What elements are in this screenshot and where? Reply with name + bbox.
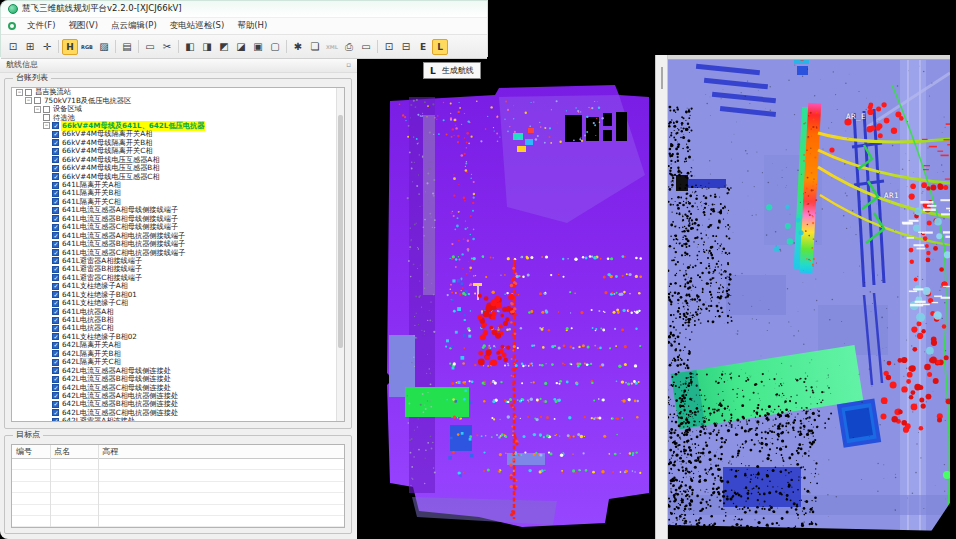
select-area-button[interactable]: ⊡ — [381, 39, 397, 55]
toolbar-separator — [138, 40, 139, 53]
tree-checkbox[interactable] — [52, 317, 59, 324]
tree-checkbox[interactable] — [52, 283, 59, 290]
tree-checkbox[interactable] — [52, 376, 59, 383]
tree-checkbox[interactable] — [52, 131, 59, 138]
route-generate-button[interactable]: L — [432, 39, 448, 55]
tree-checkbox[interactable] — [52, 409, 59, 416]
tree-checkbox[interactable] — [52, 266, 59, 273]
window-chrome: 慧飞三维航线规划平台v2.2.0-[XJCJ66kV] 文件(F)视图(V)点云… — [0, 0, 488, 57]
dock-icon[interactable]: ▫ — [346, 61, 351, 69]
collapse-toggle-icon[interactable]: – — [34, 106, 41, 113]
tree-checkbox[interactable] — [52, 165, 59, 172]
view-front-button[interactable]: ◧ — [182, 39, 198, 55]
print-button[interactable]: ⎙ — [341, 39, 357, 55]
window-title: 慧飞三维航线规划平台v2.2.0-[XJCJ66kV] — [22, 3, 182, 15]
collapse-toggle-icon[interactable]: – — [16, 89, 23, 96]
tree-checkbox[interactable] — [52, 333, 59, 340]
menu-item-1[interactable]: 视图(V) — [67, 19, 100, 33]
pan-button[interactable]: ✛ — [39, 39, 55, 55]
column-divider — [50, 445, 51, 527]
measure-button[interactable]: ▭ — [142, 39, 158, 55]
tooltip-shortcut: L — [430, 66, 436, 76]
targets-column-header: 高程 — [98, 446, 150, 457]
tree-checkbox[interactable] — [52, 232, 59, 239]
tree-scrollbar-thumb[interactable] — [338, 115, 343, 348]
tree-checkbox[interactable] — [52, 308, 59, 315]
tree-checkbox[interactable] — [52, 241, 59, 248]
tree-checkbox[interactable] — [52, 207, 59, 214]
layers-button[interactable]: ❏ — [307, 39, 323, 55]
tree-checkbox[interactable] — [52, 350, 59, 357]
point-cloud-overview — [357, 55, 655, 539]
tree-checkbox[interactable] — [52, 148, 59, 155]
menu-item-0[interactable]: 文件(F) — [25, 19, 58, 33]
open-project-button[interactable]: ▤ — [119, 39, 135, 55]
view-top-button[interactable]: ▣ — [250, 39, 266, 55]
menu-item-2[interactable]: 点云编辑(P) — [109, 19, 159, 33]
targets-groupbox: 目标点 编号点名高程 — [4, 435, 352, 534]
panel-splitter[interactable] — [655, 55, 668, 539]
zoom-extent-button[interactable]: ⊞ — [22, 39, 38, 55]
menu-item-4[interactable]: 帮助(H) — [235, 19, 269, 33]
tree-checkbox[interactable] — [52, 274, 59, 281]
tree-checkbox[interactable] — [34, 97, 41, 104]
app-window: 慧飞三维航线规划平台v2.2.0-[XJCJ66kV] 文件(F)视图(V)点云… — [0, 0, 956, 539]
report-button[interactable]: ⊟ — [398, 39, 414, 55]
height-render-button[interactable]: H — [62, 39, 78, 55]
tree-checkbox[interactable] — [52, 325, 59, 332]
toolbar-separator — [178, 40, 179, 53]
targets-column-header: 编号 — [12, 446, 50, 457]
tree-checkbox[interactable] — [52, 224, 59, 231]
tree-checkbox[interactable] — [52, 392, 59, 399]
generate-route-tooltip: L 生成航线 — [423, 62, 481, 79]
panel-header: 航线信息 ▫ — [0, 57, 357, 73]
tree-checkbox[interactable] — [52, 190, 59, 197]
tree-checkbox[interactable] — [52, 198, 59, 205]
tree-checkbox[interactable] — [43, 114, 50, 121]
tree-scrollbar[interactable] — [336, 88, 344, 421]
image-render-button[interactable]: ▨ — [96, 39, 112, 55]
tree-checkbox[interactable] — [52, 359, 59, 366]
fit-view-button[interactable]: ⊡ — [5, 39, 21, 55]
status-dot-icon — [8, 22, 16, 30]
denoise-button[interactable]: ✱ — [290, 39, 306, 55]
tree-checkbox[interactable] — [52, 122, 59, 129]
clip-polygon-button[interactable]: ✂ — [159, 39, 175, 55]
viewport-main-3d[interactable]: L 生成航线 — [357, 55, 655, 539]
menu-item-3[interactable]: 变电站巡检(S) — [168, 19, 227, 33]
tree-checkbox[interactable] — [52, 215, 59, 222]
rgb-render-button[interactable]: RGB — [79, 39, 95, 55]
tree-checkbox[interactable] — [52, 384, 59, 391]
collapse-toggle-icon[interactable]: – — [43, 122, 50, 129]
viewport-detail-3d[interactable]: AR_E AR1 — [668, 55, 950, 539]
tree-checkbox[interactable] — [52, 291, 59, 298]
elevation-mode-button[interactable]: E — [415, 39, 431, 55]
tree-checkbox[interactable] — [52, 257, 59, 264]
tree-checkbox[interactable] — [52, 401, 59, 408]
tree-checkbox[interactable] — [52, 367, 59, 374]
targets-table[interactable]: 编号点名高程 — [11, 444, 345, 528]
splitter-handle[interactable] — [661, 67, 663, 89]
tree-checkbox[interactable] — [25, 89, 32, 96]
view-left-button[interactable]: ◩ — [216, 39, 232, 55]
tree-checkbox[interactable] — [52, 300, 59, 307]
targets-group-label: 目标点 — [13, 430, 43, 440]
tree-checkbox[interactable] — [52, 342, 59, 349]
collapse-toggle-icon[interactable]: – — [25, 97, 32, 104]
tree-checkbox[interactable] — [52, 173, 59, 180]
toolbar: ⊡⊞✛HRGB▨▤▭✂◧◨◩◪▣▢✱❏XML⎙▭⊡⊟EL — [1, 34, 487, 59]
tree-checkbox[interactable] — [52, 249, 59, 256]
view-back-button[interactable]: ◨ — [199, 39, 215, 55]
window-view-button[interactable]: ▭ — [358, 39, 374, 55]
ledger-groupbox: 台账列表 –昌吉换流站–750kV71B及低压电抗器区–设备区域待选池–66kV… — [4, 78, 352, 429]
tree-checkbox[interactable] — [43, 106, 50, 113]
tree-item-label: 642L避雷器A相连接处 — [61, 416, 136, 422]
tree-checkbox[interactable] — [52, 156, 59, 163]
tree-checkbox[interactable] — [52, 182, 59, 189]
view-right-button[interactable]: ◪ — [233, 39, 249, 55]
tree-checkbox[interactable] — [52, 139, 59, 146]
tree-checkbox[interactable] — [52, 418, 59, 422]
titlebar[interactable]: 慧飞三维航线规划平台v2.2.0-[XJCJ66kV] — [1, 1, 487, 17]
view-bottom-button[interactable]: ▢ — [267, 39, 283, 55]
device-tree[interactable]: –昌吉换流站–750kV71B及低压电抗器区–设备区域待选池–66kV#4M母线… — [11, 87, 345, 422]
